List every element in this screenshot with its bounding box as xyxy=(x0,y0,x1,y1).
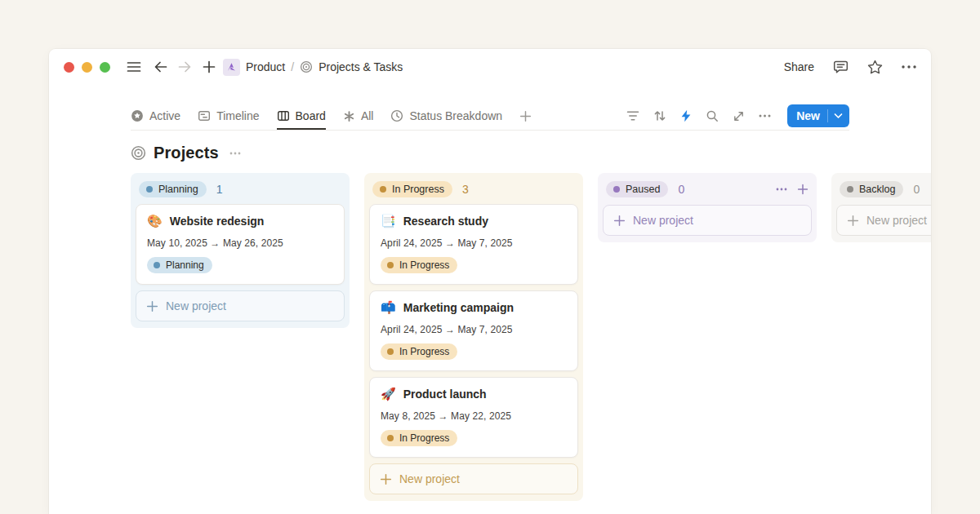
status-dot xyxy=(387,262,394,268)
back-arrow-icon[interactable] xyxy=(149,56,171,78)
timeline-icon xyxy=(198,109,211,122)
card-title: Marketing campaign xyxy=(403,301,514,314)
new-project-button[interactable]: New project xyxy=(136,290,345,321)
project-card[interactable]: 🚀 Product launch May 8, 2025 → May 22, 2… xyxy=(369,377,578,458)
filter-icon[interactable] xyxy=(626,110,639,122)
plus-icon xyxy=(380,473,392,485)
share-button[interactable]: Share xyxy=(784,60,814,73)
column-header[interactable]: In Progress 3 xyxy=(368,175,580,204)
card-title-row: 🎨 Website redesign xyxy=(147,215,333,228)
new-button[interactable]: New xyxy=(787,104,849,127)
toolbar-actions: New xyxy=(626,104,849,127)
breadcrumb: Product / Projects & Tasks xyxy=(246,60,403,73)
status-dot xyxy=(146,186,153,193)
zoom-window-button[interactable] xyxy=(100,62,110,73)
more-icon[interactable] xyxy=(229,152,241,155)
group-name: Backlog xyxy=(859,184,895,195)
tab-label: Timeline xyxy=(216,109,259,122)
tab-label: Status Breakdown xyxy=(409,109,502,122)
status-badge: In Progress xyxy=(381,430,457,446)
new-page-icon[interactable] xyxy=(198,56,220,78)
status-dot xyxy=(154,262,160,268)
project-card[interactable]: 🎨 Website redesign May 10, 2025 → May 26… xyxy=(136,204,345,285)
column-header[interactable]: Planning 1 xyxy=(134,175,346,204)
more-icon[interactable] xyxy=(902,65,916,69)
column-header[interactable]: Backlog 0 xyxy=(835,175,931,204)
window-controls xyxy=(64,62,110,73)
project-card[interactable]: 📑 Research study April 24, 2025 → May 7,… xyxy=(369,204,578,285)
group-pill: Planning xyxy=(139,181,207,197)
card-emoji: 📫 xyxy=(381,302,396,314)
tab-board[interactable]: Board xyxy=(277,102,326,130)
column-header[interactable]: Paused 0 xyxy=(601,175,813,204)
board-icon xyxy=(277,109,290,122)
new-project-button[interactable]: New project xyxy=(369,463,578,494)
card-title: Website redesign xyxy=(170,215,265,228)
sort-icon[interactable] xyxy=(653,109,666,122)
board-column-backlog: Backlog 0 New project xyxy=(831,173,931,242)
card-emoji: 🎨 xyxy=(147,215,163,228)
column-header-actions xyxy=(776,184,808,195)
status-badge: In Progress xyxy=(381,257,457,273)
group-pill: Paused xyxy=(606,181,668,197)
tab-timeline[interactable]: Timeline xyxy=(198,102,259,130)
new-project-button[interactable]: New project xyxy=(603,205,812,236)
sidebar-toggle-icon[interactable] xyxy=(123,56,145,78)
forward-arrow-icon[interactable] xyxy=(174,56,195,78)
group-pill: In Progress xyxy=(372,181,452,197)
group-count: 1 xyxy=(216,183,223,196)
page-title: Projects xyxy=(154,144,219,162)
status-dot xyxy=(613,186,620,193)
lightning-icon[interactable] xyxy=(680,109,692,122)
group-name: Planning xyxy=(158,184,198,195)
breadcrumb-page[interactable]: Projects & Tasks xyxy=(318,60,403,73)
tab-label: Active xyxy=(149,109,180,122)
more-icon[interactable] xyxy=(776,188,787,191)
group-name: Paused xyxy=(626,184,660,195)
search-icon[interactable] xyxy=(706,109,719,122)
kanban-board: Planning 1 🎨 Website redesign May 10, 20… xyxy=(131,173,931,501)
tab-status-breakdown[interactable]: Status Breakdown xyxy=(390,102,502,130)
minimize-window-button[interactable] xyxy=(82,62,92,73)
status-dot xyxy=(380,186,386,193)
card-date-range: May 8, 2025 → May 22, 2025 xyxy=(381,410,567,422)
new-project-label: New project xyxy=(399,472,460,485)
group-pill: Backlog xyxy=(840,181,903,197)
tab-all[interactable]: All xyxy=(343,102,374,130)
group-count: 0 xyxy=(678,183,684,196)
expand-icon[interactable] xyxy=(733,110,745,122)
view-tabs: Active Timeline Board All xyxy=(131,102,532,130)
card-title: Product launch xyxy=(403,388,487,401)
workspace-icon[interactable] xyxy=(223,59,240,76)
card-date-range: May 10, 2025 → May 26, 2025 xyxy=(147,237,333,249)
more-icon[interactable] xyxy=(759,114,771,117)
new-project-button[interactable]: New project xyxy=(836,205,931,236)
tab-label: All xyxy=(361,109,374,122)
status-dot xyxy=(847,186,853,193)
titlebar: Product / Projects & Tasks Share xyxy=(49,49,931,85)
card-date-range: April 24, 2025 → May 7, 2025 xyxy=(381,324,567,335)
add-card-icon[interactable] xyxy=(797,184,808,195)
board-column-planning: Planning 1 🎨 Website redesign May 10, 20… xyxy=(131,173,350,328)
add-view-icon[interactable] xyxy=(519,110,532,122)
star-icon[interactable] xyxy=(867,60,883,74)
group-count: 0 xyxy=(913,183,920,196)
card-emoji: 📑 xyxy=(381,215,396,228)
comment-icon[interactable] xyxy=(833,60,849,74)
chevron-down-icon[interactable] xyxy=(827,109,849,122)
card-emoji: 🚀 xyxy=(381,388,396,401)
card-date-range: April 24, 2025 → May 7, 2025 xyxy=(381,237,567,249)
page-title-row: Projects xyxy=(131,144,849,162)
card-title-row: 🚀 Product launch xyxy=(381,388,567,401)
plus-icon xyxy=(613,215,626,227)
breadcrumb-separator: / xyxy=(291,60,294,73)
project-card[interactable]: 📫 Marketing campaign April 24, 2025 → Ma… xyxy=(369,290,578,371)
board-column-in-progress: In Progress 3 📑 Research study April 24,… xyxy=(364,173,583,501)
breadcrumb-workspace[interactable]: Product xyxy=(246,60,285,73)
status-dot xyxy=(387,435,394,441)
close-window-button[interactable] xyxy=(64,62,74,73)
tab-active[interactable]: Active xyxy=(131,102,180,130)
card-title-row: 📑 Research study xyxy=(381,215,567,228)
board-column-paused: Paused 0 New project xyxy=(598,173,817,242)
clock-icon xyxy=(390,109,403,122)
